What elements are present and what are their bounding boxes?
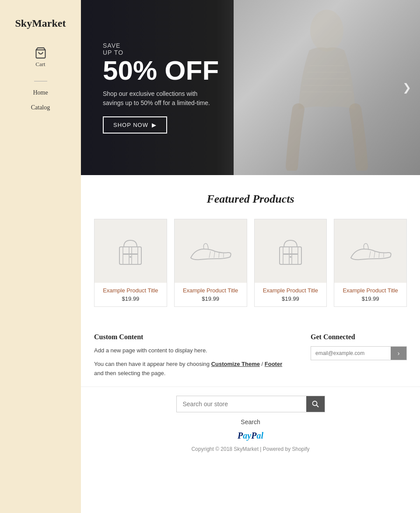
hero-discount: 50% OFF [103,57,245,84]
paypal-badge: PayPal [238,431,263,441]
product-image-3 [255,219,327,283]
product-price-2: $19.99 [183,295,238,302]
product-card-4[interactable]: Example Product Title $19.99 [334,219,407,307]
hero-banner: SAVEUP TO 50% OFF Shop our exclusive col… [81,0,420,175]
sidebar-divider [34,81,47,81]
search-icon-button[interactable] [306,396,325,412]
hero-next-arrow[interactable]: ❯ [402,81,411,94]
product-info-2: Example Product Title $19.99 [178,283,242,306]
product-title-4: Example Product Title [343,287,398,294]
hero-model-image [234,0,420,175]
svg-point-1 [310,10,343,52]
email-submit-button[interactable]: › [391,347,406,360]
footer-top: Custom Content Add a new page with conte… [81,320,420,387]
connected-title: Get Connected [311,333,407,341]
bag-svg-1 [111,232,150,271]
email-form: › [311,346,407,360]
custom-p2-suffix: and then selecting the page. [94,370,165,376]
shoe-svg-1 [186,236,234,267]
svg-point-20 [290,256,291,258]
product-card-1[interactable]: Example Product Title $19.99 [94,219,167,307]
product-info-1: Example Product Title $19.99 [98,283,162,306]
sidebar-item-home[interactable]: Home [33,88,48,98]
svg-rect-18 [292,247,298,264]
svg-point-11 [130,256,131,258]
copyright-text: Copyright © 2018 SkyMarket | Powered by … [191,446,309,452]
footer-link[interactable]: Footer [265,361,282,367]
product-card-3[interactable]: Example Product Title $19.99 [254,219,327,307]
svg-line-12 [209,251,210,258]
svg-line-23 [379,253,379,258]
svg-line-14 [219,253,219,258]
custom-content-p2: You can then have it appear here by choo… [94,360,293,378]
svg-line-21 [369,251,371,258]
svg-rect-17 [283,247,289,264]
product-title-2: Example Product Title [183,287,238,294]
product-price-1: $19.99 [103,295,158,302]
sidebar: SkyMarket Cart Home Catalog [0,0,81,513]
arrow-right-icon: ▶ [152,122,157,128]
bag-svg-2 [271,232,310,271]
footer-custom-content: Custom Content Add a new page with conte… [94,333,293,378]
search-icon [312,401,319,408]
custom-content-p1: Add a new page with content to display h… [94,346,293,355]
svg-line-26 [316,405,318,408]
product-image-2 [175,219,247,283]
custom-content-title: Custom Content [94,333,293,341]
product-image-4 [334,219,406,283]
product-title-1: Example Product Title [103,287,158,294]
product-info-3: Example Product Title $19.99 [259,283,322,306]
cart-button[interactable]: Cart [35,47,47,68]
products-grid: Example Product Title $19.99 [94,219,407,307]
main-content: SAVEUP TO 50% OFF Shop our exclusive col… [81,0,420,513]
product-price-4: $19.99 [343,295,398,302]
svg-line-13 [214,252,215,258]
product-price-3: $19.99 [263,295,318,302]
svg-point-25 [312,401,317,406]
site-logo[interactable]: SkyMarket [11,18,70,29]
featured-section: Featured Products Example Product Title [81,175,420,320]
shoe-svg-2 [346,236,395,267]
product-title-3: Example Product Title [263,287,318,294]
sidebar-item-catalog[interactable]: Catalog [31,102,50,113]
sidebar-nav: Home Catalog [0,88,81,113]
product-card-2[interactable]: Example Product Title $19.99 [174,219,247,307]
cart-icon [35,47,47,59]
svg-rect-8 [123,247,129,264]
custom-p2-prefix: You can then have it appear here by choo… [94,361,211,367]
hero-description: Shop our exclusive collections with savi… [103,89,217,108]
product-info-4: Example Product Title $19.99 [338,283,402,306]
search-label[interactable]: Search [241,418,260,425]
hero-cta-button[interactable]: SHOP NOW ▶ [103,116,167,134]
custom-p2-sep: / [260,361,265,367]
customize-theme-link[interactable]: Customize Theme [211,361,260,367]
svg-rect-10 [123,253,138,255]
featured-title: Featured Products [94,193,407,206]
svg-line-22 [374,252,375,258]
cart-label: Cart [35,61,45,68]
search-form [176,396,325,412]
hero-save-prefix: SAVEUP TO [103,42,245,56]
model-silhouette [266,4,388,171]
product-image-1 [94,219,167,283]
search-input[interactable] [177,396,306,412]
svg-rect-9 [132,247,138,264]
footer-get-connected: Get Connected › [311,333,407,378]
footer-bottom: Search PayPal Copyright © 2018 SkyMarket… [81,387,420,465]
svg-rect-19 [283,253,298,255]
email-input[interactable] [311,347,391,360]
